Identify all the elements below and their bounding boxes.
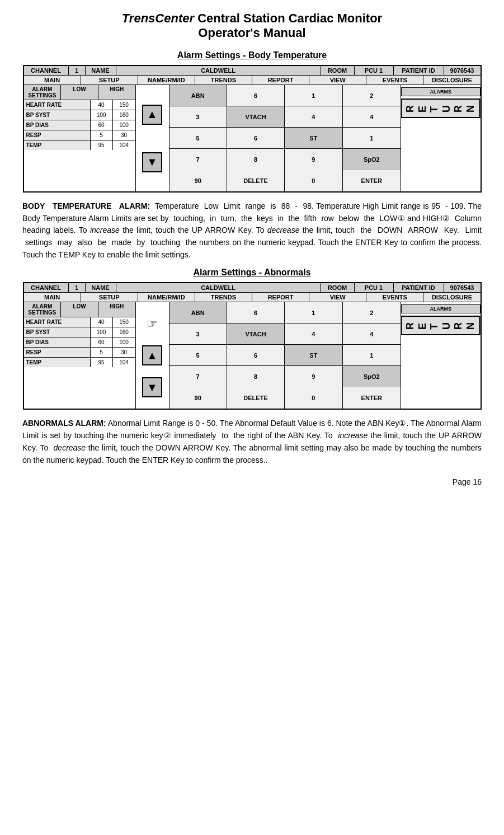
alarm-bpsyst-low[interactable]: 100 xyxy=(91,110,113,120)
alarm2-temp-low[interactable]: 95 xyxy=(91,358,113,367)
keypad2-2[interactable]: 2 xyxy=(343,302,401,323)
page-title: TrensCenter Central Station Cardiac Moni… xyxy=(22,11,482,40)
keypad2-abn[interactable]: ABN xyxy=(169,302,227,323)
keypad-4a[interactable]: 4 xyxy=(285,106,342,128)
alarm2-temp-label: TEMP xyxy=(24,358,91,367)
alarm-settings-label: ALARM SETTINGS xyxy=(24,85,62,100)
keypad-enter[interactable]: ENTER xyxy=(343,170,401,191)
keypad2-5[interactable]: 5 xyxy=(169,345,227,366)
monitor1-keypad: ABN 6 1 2 3 VTACH 4 4 5 6 ST 1 7 8 9 SpO… xyxy=(169,85,401,191)
down-arrow-button[interactable]: ▼ xyxy=(142,152,162,172)
monitor1-nav-namermid[interactable]: NAME/RM/ID xyxy=(138,76,195,85)
keypad-5[interactable]: 5 xyxy=(169,128,227,149)
monitor2-nav-setup[interactable]: SETUP xyxy=(81,293,138,302)
alarm-bpdias-high[interactable]: 100 xyxy=(113,120,135,130)
monitor2-nav-events[interactable]: EVENTS xyxy=(366,293,423,302)
keypad-90[interactable]: 90 xyxy=(169,170,227,191)
monitor1-nav-disclosure[interactable]: DISCLOSURE xyxy=(423,76,480,85)
up-arrow-button-2[interactable]: ▲ xyxy=(142,345,162,365)
monitor2-nav-report[interactable]: REPORT xyxy=(252,293,309,302)
abnormals-text: ABNORMALS ALARM: Abnormal Limit Range is… xyxy=(22,418,482,466)
alarm2-heartrate-low[interactable]: 40 xyxy=(91,317,113,327)
keypad2-3[interactable]: 3 xyxy=(169,323,227,345)
monitor1-nav-view[interactable]: VIEW xyxy=(309,76,366,85)
alarm-bpdias-low[interactable]: 60 xyxy=(91,120,113,130)
keypad2-enter[interactable]: ENTER xyxy=(343,387,401,409)
monitor1-nav-trends[interactable]: TRENDS xyxy=(195,76,252,85)
keypad2-6a[interactable]: 6 xyxy=(227,302,285,323)
keypad2-9[interactable]: 9 xyxy=(285,366,342,387)
keypad-vtach[interactable]: VTACH xyxy=(227,106,285,128)
monitor2-nav-main[interactable]: MAIN xyxy=(24,293,81,302)
alarm-temp-low[interactable]: 95 xyxy=(91,140,113,150)
monitor2-channel-label: CHANNEL xyxy=(24,283,69,292)
keypad2-6b[interactable]: 6 xyxy=(227,345,285,366)
monitor2-return-button[interactable]: RETURN xyxy=(401,316,481,335)
keypad-9[interactable]: 9 xyxy=(285,149,342,170)
monitor1-nav-events[interactable]: EVENTS xyxy=(366,76,423,85)
section2-heading: Alarm Settings - Abnormals xyxy=(22,268,482,278)
monitor2-nav-disclosure[interactable]: DISCLOSURE xyxy=(423,293,480,302)
keypad-1a[interactable]: 1 xyxy=(285,85,342,106)
alarm-row-bpdias: BP DIAS 60 100 xyxy=(24,120,135,130)
monitor1-return-button[interactable]: RETURN xyxy=(401,98,481,118)
keypad2-delete[interactable]: DELETE xyxy=(227,387,285,409)
alarm2-bpdias-low[interactable]: 60 xyxy=(91,337,113,347)
keypad2-0[interactable]: 0 xyxy=(285,387,342,409)
monitor1-body: ALARM SETTINGS LOW HIGH HEART RATE 40 15… xyxy=(24,85,481,191)
keypad-3[interactable]: 3 xyxy=(169,106,227,128)
keypad2-8[interactable]: 8 xyxy=(227,366,285,387)
keypad-8[interactable]: 8 xyxy=(227,149,285,170)
keypad-6b[interactable]: 6 xyxy=(227,128,285,149)
alarm2-bpsyst-high[interactable]: 160 xyxy=(113,327,135,337)
alarm-bpdias-label: BP DIAS xyxy=(24,120,91,130)
alarm-settings-label2: ALARM SETTINGS xyxy=(24,302,62,317)
monitor1-name-label: NAME xyxy=(86,66,116,75)
alarm2-resp-high[interactable]: 30 xyxy=(113,348,135,357)
keypad2-4a[interactable]: 4 xyxy=(285,323,342,345)
keypad-st[interactable]: ST xyxy=(285,128,342,149)
down-arrow-button-2[interactable]: ▼ xyxy=(142,377,162,397)
monitor1-nav-setup[interactable]: SETUP xyxy=(81,76,138,85)
monitor2-nav-namermid[interactable]: NAME/RM/ID xyxy=(138,293,195,302)
keypad2-4b[interactable]: 4 xyxy=(343,323,401,345)
keypad-4b[interactable]: 4 xyxy=(343,106,401,128)
keypad2-spo2[interactable]: SpO2 xyxy=(343,366,401,387)
alarm2-bpsyst-low[interactable]: 100 xyxy=(91,327,113,337)
monitor2-patid-label: PATIENT ID xyxy=(394,283,444,292)
keypad-abn[interactable]: ABN xyxy=(169,85,227,106)
monitor1-nav-main[interactable]: MAIN xyxy=(24,76,81,85)
alarm-bpsyst-high[interactable]: 160 xyxy=(113,110,135,120)
keypad2-90[interactable]: 90 xyxy=(169,387,227,409)
alarm-temp-high[interactable]: 104 xyxy=(113,140,135,150)
alarm2-temp-high[interactable]: 104 xyxy=(113,358,135,367)
keypad-6a[interactable]: 6 xyxy=(227,85,285,106)
keypad-7[interactable]: 7 xyxy=(169,149,227,170)
alarm-heartrate-low[interactable]: 40 xyxy=(91,100,113,110)
keypad2-1a[interactable]: 1 xyxy=(285,302,342,323)
alarm2-heartrate-high[interactable]: 150 xyxy=(113,317,135,327)
monitor1-nav-report[interactable]: REPORT xyxy=(252,76,309,85)
monitor-screen-1: CHANNEL 1 NAME CALDWELL ROOM PCU 1 PATIE… xyxy=(23,65,482,193)
monitor2-header-row: CHANNEL 1 NAME CALDWELL ROOM PCU 1 PATIE… xyxy=(24,283,481,293)
monitor1-room-label: ROOM xyxy=(321,66,355,75)
alarm2-resp-low[interactable]: 5 xyxy=(91,348,113,357)
keypad2-7[interactable]: 7 xyxy=(169,366,227,387)
keypad-delete[interactable]: DELETE xyxy=(227,170,285,191)
alarm-resp-high[interactable]: 30 xyxy=(113,130,135,140)
keypad-2[interactable]: 2 xyxy=(343,85,401,106)
keypad-0[interactable]: 0 xyxy=(285,170,342,191)
alarm-high-label: HIGH xyxy=(98,85,135,100)
keypad-1b[interactable]: 1 xyxy=(343,128,401,149)
keypad2-vtach[interactable]: VTACH xyxy=(227,323,285,345)
alarm-heartrate-high[interactable]: 150 xyxy=(113,100,135,110)
monitor2-nav-trends[interactable]: TRENDS xyxy=(195,293,252,302)
monitor2-nav-view[interactable]: VIEW xyxy=(309,293,366,302)
keypad2-1b[interactable]: 1 xyxy=(343,345,401,366)
alarm-resp-low[interactable]: 5 xyxy=(91,130,113,140)
up-arrow-button[interactable]: ▲ xyxy=(142,105,162,125)
keypad-spo2[interactable]: SpO2 xyxy=(343,149,401,170)
keypad2-st[interactable]: ST xyxy=(285,345,342,366)
alarm2-bpdias-high[interactable]: 100 xyxy=(113,337,135,347)
monitor2-name-val: CALDWELL xyxy=(116,283,321,292)
